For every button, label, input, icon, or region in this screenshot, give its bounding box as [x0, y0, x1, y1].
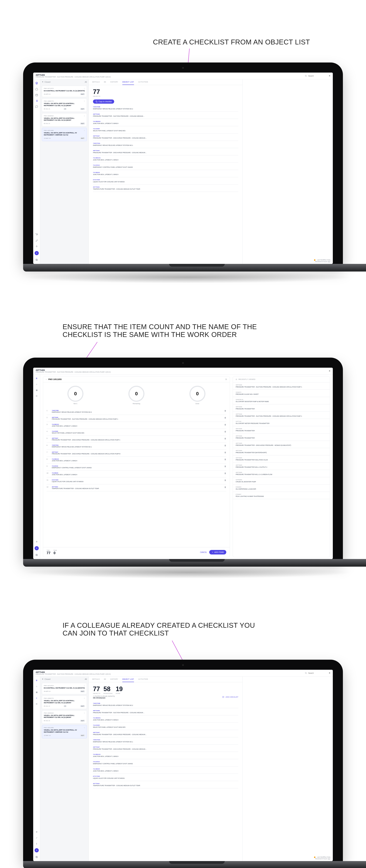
- rail-layers-icon[interactable]: ≣: [35, 377, 38, 380]
- delete-row-icon[interactable]: 🗑: [224, 472, 226, 474]
- rail-layers-icon[interactable]: [35, 82, 38, 85]
- checklist-row[interactable]: 3 74JJB0101 JUNCTION BOX, LIFEBOAT 1 WIN…: [47, 422, 226, 429]
- object-row[interactable]: 40PT5407 PRESSURE TRANSMITTER - DISCHARG…: [93, 148, 238, 155]
- rail-layers-icon[interactable]: ≣: [35, 679, 38, 682]
- object-row[interactable]: 74JJB0301 JUNCTION BOX, LIFEBOAT 3 WINCH: [93, 715, 238, 723]
- back-button[interactable]: ‹: [46, 378, 47, 380]
- recent-item[interactable]: 31PN0501 CRUDE OIL BOOSTER PUMP: [233, 477, 330, 485]
- rail-chat-icon[interactable]: ✉: [35, 703, 38, 705]
- checklist-row[interactable]: 8 74JJB0101 JUNCTION BOX, LIFEBOAT 1 WIN…: [47, 457, 226, 464]
- object-row[interactable]: 40TT5401 TEMPERATURE TRANSMITTER - COOLI…: [93, 185, 238, 192]
- delete-row-icon[interactable]: 🗑: [224, 465, 226, 467]
- rail-list-icon[interactable]: ≡: [35, 696, 38, 700]
- star-icon[interactable]: ☆: [84, 100, 85, 102]
- work-order-card[interactable]: ☆ PMO-10712373 EX-KONTROLL INSTRUMENT C1…: [42, 683, 87, 694]
- object-row[interactable]: 40TT5401 TEMPERATURE TRANSMITTER - COOLI…: [93, 781, 238, 788]
- checklist-row[interactable]: 1 74HS793B EMERGENCY BRAKE RELEASE LIFEB…: [47, 408, 226, 415]
- delete-row-icon[interactable]: 🗑: [224, 431, 226, 433]
- rail-expand-icon[interactable]: ⤢: [35, 836, 38, 839]
- delete-row-icon[interactable]: 🗑: [224, 416, 226, 419]
- checklist-row[interactable]: 6 74HS793A EMERGENCY BRAKE RELEASE LIFEB…: [47, 443, 226, 450]
- recent-item[interactable]: 40PT5406 PRESSURE TRANSMITTER: [233, 426, 330, 433]
- add-items-button[interactable]: ＋ ADD ITEMS: [209, 550, 226, 555]
- recent-item[interactable]: 40PT5005 PRESSURE TRANSMITTER MCL-2 A CA…: [233, 470, 330, 477]
- recent-item[interactable]: 40PT5406 PRESSURE TRANSMITTER: [233, 404, 330, 412]
- rail-home-icon[interactable]: [35, 88, 38, 90]
- tab-object-list[interactable]: OBJECT LIST: [122, 678, 134, 682]
- rail-fab-button[interactable]: ＋: [35, 251, 39, 255]
- work-order-card[interactable]: ☆ PMO-10884770 VISUELL OG DETALJERT EX-K…: [42, 695, 87, 709]
- chevron-left-icon[interactable]: ➤: [42, 81, 44, 83]
- rail-chat-icon[interactable]: ✉: [35, 395, 38, 397]
- filter-all[interactable]: All: [85, 81, 87, 83]
- checklist-row[interactable]: 2 40PT5406 PRESSURE TRANSMITTER - SUCTIO…: [47, 415, 226, 422]
- rail-upload-icon[interactable]: [35, 245, 38, 248]
- checklist-row[interactable]: 9 74JJZ010 EMERGENCY CONTROL PANEL LIFEB…: [47, 464, 226, 470]
- object-row[interactable]: 74JJB020 JUNCTION BOX, LIFEBOAT 1 WINCH: [93, 767, 238, 774]
- work-order-card[interactable]: ☆ PMO-10935422 VISUELL OG DETALJERT EX-K…: [42, 710, 87, 724]
- object-row[interactable]: 67XV7069 LIQUID VALVE FOR COOLING UNIT 6…: [93, 774, 238, 781]
- object-row[interactable]: 74JJZ010 EMERGENCY CONTROL PANEL LIFEBOA…: [93, 163, 238, 170]
- copy-to-checklist-button[interactable]: Copy to checklist: [93, 99, 114, 104]
- tab-details[interactable]: DETAILS: [92, 81, 100, 85]
- star-icon[interactable]: ☆: [84, 684, 85, 687]
- close-button[interactable]: ×: [329, 74, 330, 78]
- object-row[interactable]: 74HS793B EMERGENCY BRAKE RELEASE LIFEBOA…: [93, 701, 238, 708]
- recent-item[interactable]: 40PT5005 PRESSURE TRANSMITTER ISOLATION …: [233, 455, 330, 463]
- tab-history[interactable]: HISTORY: [110, 678, 118, 682]
- recent-item[interactable]: 31N0155-01 OIL EXPORT BOOSTER PUMP & MOT…: [233, 397, 330, 404]
- checklist-row[interactable]: 11 67XV7069 LIQUID VALVE FOR COOLING UNI…: [47, 477, 226, 484]
- star-icon[interactable]: ☆: [84, 87, 85, 90]
- rail-list-icon[interactable]: [35, 99, 38, 102]
- cancel-button[interactable]: CANCEL: [200, 551, 207, 553]
- object-row[interactable]: 74JJZ009 SELECTOR PANEL LIFEBOAT DAVIT W…: [93, 723, 238, 730]
- object-row[interactable]: 40PT5407 PRESSURE TRANSMITTER - DISCHARG…: [93, 730, 238, 737]
- tab-details[interactable]: DETAILS: [92, 678, 100, 682]
- tab-history[interactable]: HISTORY: [110, 81, 118, 85]
- rail-chat-icon[interactable]: [35, 105, 38, 108]
- rail-fab-button[interactable]: ＋: [35, 546, 39, 550]
- search-input[interactable]: [308, 672, 327, 674]
- checklist-row[interactable]: 12 40TT5401 TEMPERATURE TRANSMITTER - CO…: [47, 484, 226, 491]
- rail-calendar-icon[interactable]: ▦: [35, 389, 38, 392]
- rail-settings-icon[interactable]: ⚙: [35, 831, 38, 833]
- delete-row-icon[interactable]: 🗑: [224, 410, 226, 412]
- recent-item[interactable]: 40PT5406 PRESSURE TRANSMITTER - SUCTION …: [233, 382, 330, 390]
- star-icon[interactable]: ☆: [84, 726, 85, 729]
- delete-row-icon[interactable]: 🗑: [224, 452, 226, 454]
- star-icon[interactable]: ☆: [84, 115, 85, 117]
- status-filter[interactable]: Closed: [45, 678, 50, 680]
- object-row[interactable]: 40PT5406 PRESSURE TRANSMITTER - SUCTION …: [93, 112, 238, 119]
- object-row[interactable]: 74JJB020 JUNCTION BOX, LIFEBOAT 1 WINCH: [93, 170, 238, 177]
- object-row[interactable]: 74JJB0301 JUNCTION BOX, LIFEBOAT 3 WINCH: [93, 119, 238, 126]
- chevron-left-icon[interactable]: ➤: [42, 678, 44, 680]
- object-row[interactable]: 40PT5407 PRESSURE TRANSMITTER - DISCHARG…: [93, 133, 238, 141]
- rail-settings-icon[interactable]: [35, 233, 38, 236]
- tab-3d[interactable]: 3D: [104, 678, 106, 682]
- recent-item[interactable]: 63N0003 OIL DISPERSING LAUNCHER: [233, 485, 330, 492]
- checklist-row[interactable]: 10 74JJB020 JUNCTION BOX, LIFEBOAT 2 WIN…: [47, 470, 226, 477]
- delete-row-icon[interactable]: 🗑: [224, 437, 226, 439]
- close-button[interactable]: ×: [329, 369, 330, 373]
- object-row[interactable]: 67XV7069 LIQUID VALVE FOR COOLING UNIT 6…: [93, 177, 238, 185]
- object-row[interactable]: 74HS793A EMERGENCY BRAKE RELEASE LIFEBOA…: [93, 737, 238, 745]
- close-button[interactable]: ×: [329, 672, 330, 675]
- object-row[interactable]: 74HS793A EMERGENCY BRAKE RELEASE LIFEBOA…: [93, 141, 238, 148]
- rail-upload-icon[interactable]: ↥: [35, 842, 38, 845]
- recent-item[interactable]: 40PT2005 PRESSURE TRANSMITTER - DISCHARG…: [233, 441, 330, 448]
- work-order-card[interactable]: ☆ PMO-10511855 VISUELL OG DETALJERT EX-K…: [42, 128, 87, 141]
- join-checklist-button[interactable]: JOIN CHECKLIST: [222, 696, 238, 698]
- rail-calendar-icon[interactable]: [35, 94, 38, 96]
- object-row[interactable]: 74JJB0101 JUNCTION BOX, LIFEBOAT 1 WINCH: [93, 752, 238, 759]
- work-order-card[interactable]: ☆ PMO-10511855 VISUELL OG DETALJERT EX-K…: [42, 725, 87, 738]
- search-input[interactable]: [308, 75, 327, 77]
- rail-expand-icon[interactable]: [35, 239, 38, 242]
- recent-item[interactable]: 31PT132 OIL EXPORT METER PRESSURE TRANSM…: [233, 419, 330, 426]
- object-row[interactable]: 40PT5406 PRESSURE TRANSMITTER - SUCTION …: [93, 708, 238, 715]
- tab-3d[interactable]: 3D: [104, 81, 106, 85]
- rail-calendar-icon[interactable]: ▦: [35, 691, 38, 693]
- star-icon[interactable]: ☆: [84, 129, 85, 132]
- delete-row-icon[interactable]: 🗑: [224, 444, 226, 446]
- object-row[interactable]: 40PT5407 PRESSURE TRANSMITTER - DISCHARG…: [93, 745, 238, 752]
- rail-home-icon[interactable]: ⌂: [35, 685, 38, 688]
